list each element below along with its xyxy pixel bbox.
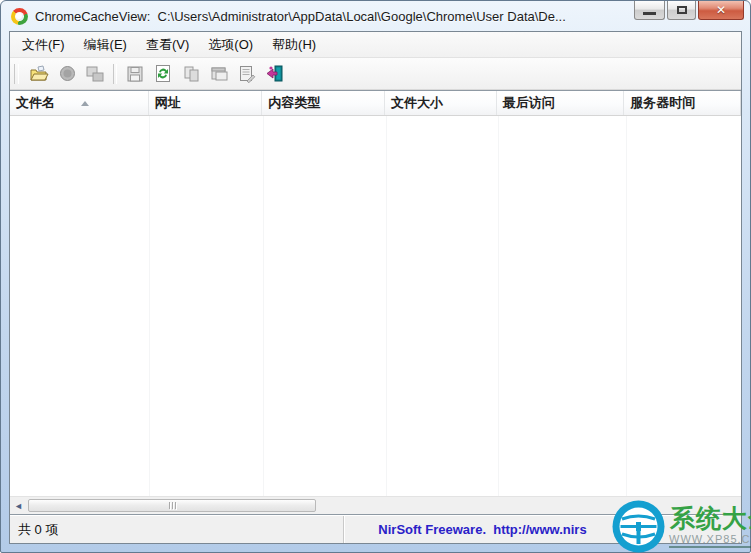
open-folder-icon <box>29 65 49 83</box>
watermark-url: WWW.XP85.COM <box>669 534 751 548</box>
scrollbar-thumb[interactable] <box>28 499 316 512</box>
properties-icon <box>210 65 229 82</box>
copy-cache-files-button <box>82 62 108 86</box>
grid-line <box>498 116 499 496</box>
app-icon[interactable] <box>11 8 28 25</box>
minimize-button[interactable] <box>634 1 665 20</box>
grid-line <box>386 116 387 496</box>
properties-button <box>206 62 232 86</box>
cache-list: 文件名 网址 内容类型 文件大小 最后访问 服务器时间 <box>10 90 741 515</box>
app-window: ChromeCacheView: C:\Users\Administrator\… <box>0 0 751 553</box>
sort-asc-icon <box>81 101 89 106</box>
window-controls: ✕ <box>632 1 744 20</box>
status-items-panel: 共 0 项 <box>10 516 344 543</box>
menu-options[interactable]: 选项(O) <box>201 32 260 58</box>
watermark-title: 系统大全 <box>670 502 751 535</box>
grid-line <box>626 116 627 496</box>
html-report-button <box>234 62 260 86</box>
column-header-filename[interactable]: 文件名 <box>10 91 149 115</box>
menu-help[interactable]: 帮助(H) <box>265 32 323 58</box>
grid-line <box>263 116 264 496</box>
minimize-icon <box>643 12 656 15</box>
stop-button <box>54 62 80 86</box>
list-header: 文件名 网址 内容类型 文件大小 最后访问 服务器时间 <box>10 91 741 116</box>
exit-icon <box>265 64 285 83</box>
toolbar-gripper <box>14 64 19 84</box>
scrollbar-grip <box>169 502 170 509</box>
maximize-icon <box>677 6 687 14</box>
grid-line <box>149 116 150 496</box>
open-cache-folder-button[interactable] <box>26 62 52 86</box>
column-label: 内容类型 <box>268 94 320 112</box>
scrollbar-grip <box>172 502 173 509</box>
save-items-button <box>122 62 148 86</box>
copy-files-icon <box>85 65 105 83</box>
toolbar-separator <box>113 64 117 84</box>
menu-file[interactable]: 文件(F) <box>15 32 72 58</box>
column-header-last-accessed[interactable]: 最后访问 <box>497 91 625 115</box>
toolbar <box>10 58 741 90</box>
refresh-button[interactable] <box>150 62 176 86</box>
column-header-server-time[interactable]: 服务器时间 <box>624 91 741 115</box>
xp85-watermark: 系统大全 WWW.XP85.COM <box>612 498 751 553</box>
list-body-empty[interactable] <box>10 116 741 496</box>
window-title: ChromeCacheView: C:\Users\Administrator\… <box>35 9 566 24</box>
column-label: 服务器时间 <box>630 94 695 112</box>
menu-bar: 文件(F) 编辑(E) 查看(V) 选项(O) 帮助(H) <box>10 32 741 58</box>
title-bar: ChromeCacheView: C:\Users\Administrator\… <box>1 1 750 31</box>
nirsoft-link[interactable]: NirSoft Freeware. http://www.nirs <box>378 522 586 537</box>
column-label: 文件名 <box>16 94 55 112</box>
items-count: 共 0 项 <box>18 521 58 539</box>
scroll-left-arrow[interactable]: ◄ <box>10 498 27 513</box>
close-button[interactable]: ✕ <box>698 1 744 20</box>
column-label: 网址 <box>155 94 181 112</box>
menu-view[interactable]: 查看(V) <box>139 32 196 58</box>
maximize-button[interactable] <box>667 1 696 20</box>
column-label: 文件大小 <box>391 94 443 112</box>
copy-icon <box>182 65 201 83</box>
save-icon <box>126 65 144 83</box>
refresh-icon <box>154 64 172 83</box>
column-header-url[interactable]: 网址 <box>149 91 263 115</box>
copy-button <box>178 62 204 86</box>
column-header-file-size[interactable]: 文件大小 <box>385 91 497 115</box>
menu-edit[interactable]: 编辑(E) <box>77 32 134 58</box>
stop-icon <box>59 65 76 82</box>
close-icon: ✕ <box>716 3 726 17</box>
column-header-content-type[interactable]: 内容类型 <box>262 91 385 115</box>
client-area: 文件(F) 编辑(E) 查看(V) 选项(O) 帮助(H) <box>9 31 742 544</box>
html-report-icon <box>238 65 256 83</box>
column-label: 最后访问 <box>503 94 555 112</box>
exit-button[interactable] <box>262 62 288 86</box>
scrollbar-grip <box>175 502 176 509</box>
xp85-logo-icon <box>612 500 665 553</box>
